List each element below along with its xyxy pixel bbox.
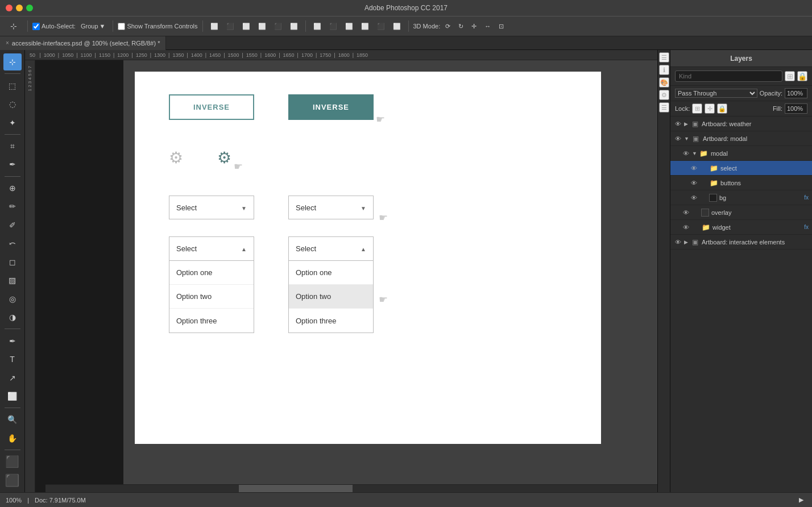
type-tool[interactable]: T: [3, 351, 22, 368]
lock-px-btn[interactable]: ⊞: [692, 103, 702, 114]
3d-pan[interactable]: ✛: [469, 22, 479, 31]
layer-widget[interactable]: 👁 📁 widget fx: [670, 220, 812, 235]
close-button[interactable]: [6, 5, 13, 11]
minimize-button[interactable]: [16, 5, 23, 11]
status-expand[interactable]: ▶: [796, 495, 806, 505]
canvas-content[interactable]: INVERSE INVERSE ☛ ⚙ ⚙ ☛: [35, 60, 657, 492]
visibility-icon-select[interactable]: 👁: [690, 164, 698, 172]
visibility-icon-modal-folder[interactable]: 👁: [682, 149, 690, 157]
pen-tool[interactable]: ✒: [3, 332, 22, 349]
heal-tool[interactable]: ⊕: [3, 180, 22, 197]
blend-mode-select[interactable]: Pass Through: [675, 89, 757, 98]
layer-artboard-weather[interactable]: 👁 ▶ ▣ Artboard: weather: [670, 117, 812, 131]
select-closed-left[interactable]: Select: [169, 196, 254, 219]
zoom-tool[interactable]: 🔍: [3, 411, 22, 428]
3d-scale[interactable]: ⊡: [496, 22, 507, 31]
layer-select[interactable]: 👁 📁 select: [670, 161, 812, 176]
channels-toggle[interactable]: ☰: [659, 102, 669, 113]
lock-move-btn[interactable]: ✛: [705, 103, 715, 114]
blur-tool[interactable]: ◎: [3, 290, 22, 307]
option-two-right[interactable]: Option two: [289, 285, 373, 309]
group-dropdown[interactable]: Group ▼: [78, 22, 108, 31]
3d-slide[interactable]: ↔: [482, 22, 494, 31]
layers-toggle[interactable]: ☰: [659, 52, 669, 63]
option-three-right[interactable]: Option three: [289, 309, 373, 333]
visibility-icon-interactive[interactable]: 👁: [674, 238, 682, 246]
inverse-outline-button[interactable]: INVERSE: [169, 94, 254, 120]
align-right[interactable]: ⬜: [239, 22, 253, 31]
scrollbar-thumb[interactable]: [239, 485, 353, 492]
3d-orbit[interactable]: ⟳: [442, 22, 453, 31]
visibility-icon-buttons[interactable]: 👁: [690, 179, 698, 187]
align-center-h[interactable]: ⬛: [223, 22, 237, 31]
layer-artboard-interactive[interactable]: 👁 ▶ ▣ Artboard: interactive elements: [670, 235, 812, 250]
3d-roll[interactable]: ↻: [455, 22, 466, 31]
expand-arrow-weather[interactable]: ▶: [684, 121, 688, 127]
background-color[interactable]: ⬛: [3, 472, 22, 489]
lock-all-btn[interactable]: 🔒: [717, 103, 727, 114]
path-select-tool[interactable]: ↗: [3, 369, 22, 386]
auto-select-checkbox[interactable]: Auto-Select:: [32, 23, 76, 30]
visibility-icon-modal[interactable]: 👁: [674, 135, 682, 143]
layer-buttons[interactable]: 👁 📁 buttons: [670, 176, 812, 190]
brush-tool[interactable]: ✏: [3, 198, 22, 215]
shape-tool[interactable]: ⬜: [3, 388, 22, 405]
layer-artboard-modal[interactable]: 👁 ▼ ▣ Artboard: modal: [670, 131, 812, 146]
crop-tool[interactable]: ⌗: [3, 138, 22, 155]
marquee-tool[interactable]: ⬚: [3, 77, 22, 94]
history-tool[interactable]: ⤺: [3, 235, 22, 252]
search-lock-btn[interactable]: 🔒: [797, 71, 807, 81]
align-center-v[interactable]: ⬛: [271, 22, 285, 31]
eraser-tool[interactable]: ◻: [3, 254, 22, 271]
wand-tool[interactable]: ✦: [3, 114, 22, 131]
expand-arrow-interactive[interactable]: ▶: [684, 239, 688, 245]
visibility-icon-weather[interactable]: 👁: [674, 120, 682, 128]
option-one-left[interactable]: Option one: [169, 261, 254, 285]
layers-search-input[interactable]: [675, 70, 782, 82]
move-tool-btn[interactable]: ⊹: [5, 17, 23, 35]
tab-close-icon[interactable]: ×: [6, 40, 9, 46]
info-toggle[interactable]: ℹ: [659, 65, 669, 75]
lasso-tool[interactable]: ◌: [3, 95, 22, 113]
distribute-center-v[interactable]: ⬛: [374, 22, 388, 31]
option-two-left[interactable]: Option two: [169, 285, 254, 309]
select-closed-right[interactable]: Select: [288, 196, 374, 219]
maximize-button[interactable]: [26, 5, 33, 11]
select-open-right-header[interactable]: Select: [288, 236, 374, 260]
clone-tool[interactable]: ✐: [3, 217, 22, 234]
select-open-left-header[interactable]: Select: [169, 236, 254, 260]
layer-folder-modal[interactable]: 👁 ▼ 📁 modal: [670, 146, 812, 161]
properties-toggle[interactable]: ⚙: [659, 90, 669, 100]
align-bottom[interactable]: ⬜: [287, 22, 301, 31]
option-one-right[interactable]: Option one: [289, 261, 373, 285]
align-left[interactable]: ⬜: [208, 22, 221, 31]
active-tab[interactable]: × accessible-interfaces.psd @ 100% (sele…: [0, 36, 166, 50]
inverse-filled-button[interactable]: INVERSE: [288, 94, 374, 120]
transform-checkbox[interactable]: Show Transform Controls: [118, 23, 197, 30]
fill-input[interactable]: [785, 103, 807, 114]
hand-tool[interactable]: ✋: [3, 430, 22, 447]
option-three-left[interactable]: Option three: [169, 309, 254, 333]
opacity-input[interactable]: [785, 88, 807, 98]
expand-arrow-modal-folder[interactable]: ▼: [692, 151, 697, 156]
dodge-tool[interactable]: ◑: [3, 309, 22, 326]
distribute-right[interactable]: ⬜: [342, 22, 356, 31]
distribute-top[interactable]: ⬜: [358, 22, 372, 31]
horizontal-scrollbar[interactable]: [45, 484, 657, 492]
eyedropper-tool[interactable]: ✒: [3, 156, 22, 173]
visibility-icon-overlay[interactable]: 👁: [682, 209, 690, 217]
move-tool[interactable]: ⊹: [3, 53, 22, 70]
search-filter-btn[interactable]: ⊞: [785, 71, 795, 81]
distribute-center-h[interactable]: ⬛: [326, 22, 340, 31]
align-top[interactable]: ⬜: [255, 22, 269, 31]
visibility-icon-bg[interactable]: 👁: [690, 194, 698, 202]
color-toggle[interactable]: 🎨: [659, 77, 669, 88]
distribute-left[interactable]: ⬜: [310, 22, 324, 31]
visibility-icon-widget[interactable]: 👁: [682, 223, 690, 231]
distribute-bottom[interactable]: ⬜: [390, 22, 404, 31]
foreground-color[interactable]: ⬛: [3, 453, 22, 470]
gradient-tool[interactable]: ▨: [3, 272, 22, 289]
layer-bg[interactable]: 👁 bg fx: [670, 190, 812, 205]
layer-overlay[interactable]: 👁 overlay: [670, 205, 812, 220]
expand-arrow-modal[interactable]: ▼: [684, 136, 689, 142]
